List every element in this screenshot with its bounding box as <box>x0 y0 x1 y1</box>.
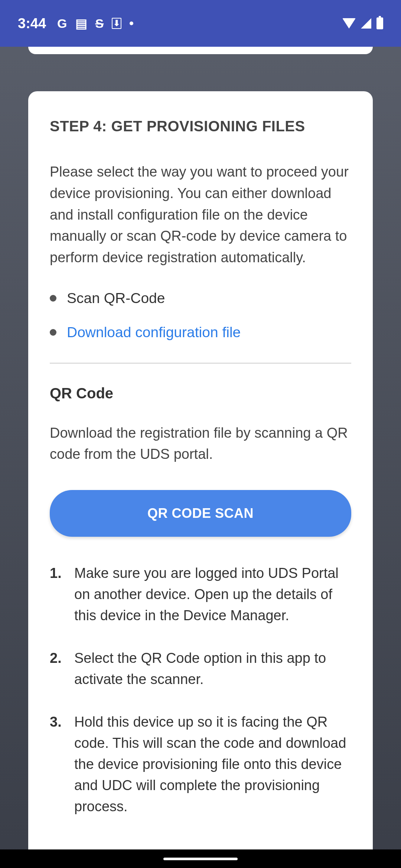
nav-handle[interactable] <box>163 858 238 860</box>
book-icon: ▤ <box>75 16 87 31</box>
bullet-icon <box>50 329 56 336</box>
strikethrough-s-icon: S <box>95 16 104 31</box>
signal-icon <box>361 18 371 29</box>
more-notifications-icon <box>130 22 133 25</box>
option-list: Scan QR-Code Download configuration file <box>50 290 351 341</box>
step-text: Hold this device up so it is facing the … <box>74 711 351 817</box>
status-bar: 3:44 G ▤ S ⬇ <box>0 0 401 47</box>
step-title: STEP 4: GET PROVISIONING FILES <box>50 118 351 135</box>
status-right <box>342 17 383 29</box>
instruction-item: 1. Make sure you are logged into UDS Por… <box>50 563 351 626</box>
step-number: 3. <box>50 711 65 817</box>
wifi-icon <box>342 18 356 29</box>
previous-card-peek <box>28 47 373 54</box>
option-link-label: Download configuration file <box>67 324 241 341</box>
option-label: Scan QR-Code <box>67 290 165 306</box>
option-scan-qr[interactable]: Scan QR-Code <box>50 290 351 306</box>
step-number: 1. <box>50 563 65 626</box>
google-icon: G <box>57 16 67 31</box>
step-number: 2. <box>50 648 65 690</box>
navigation-bar <box>0 849 401 868</box>
step-description: Please select the way you want to procee… <box>50 161 351 269</box>
divider <box>50 363 351 364</box>
content-area[interactable]: STEP 4: GET PROVISIONING FILES Please se… <box>0 47 401 861</box>
download-icon: ⬇ <box>112 18 121 29</box>
qr-section-description: Download the registration file by scanni… <box>50 423 351 465</box>
status-left: 3:44 G ▤ S ⬇ <box>18 16 133 32</box>
instruction-list: 1. Make sure you are logged into UDS Por… <box>50 563 351 817</box>
qr-section-title: QR Code <box>50 385 351 402</box>
step-text: Select the QR Code option in this app to… <box>74 648 351 690</box>
battery-charging-icon <box>376 17 383 29</box>
instruction-item: 2. Select the QR Code option in this app… <box>50 648 351 690</box>
option-download-config[interactable]: Download configuration file <box>50 324 351 341</box>
instruction-item: 3. Hold this device up so it is facing t… <box>50 711 351 817</box>
provisioning-card: STEP 4: GET PROVISIONING FILES Please se… <box>28 91 373 861</box>
bullet-icon <box>50 295 56 302</box>
qr-code-scan-button[interactable]: QR CODE SCAN <box>50 490 351 537</box>
status-time: 3:44 <box>18 16 46 32</box>
step-text: Make sure you are logged into UDS Portal… <box>74 563 351 626</box>
